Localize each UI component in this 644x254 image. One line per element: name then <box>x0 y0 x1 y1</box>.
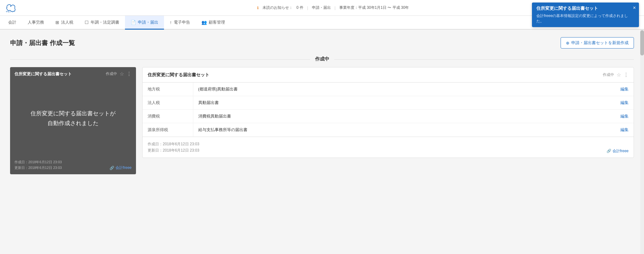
card-dark-footer: 作成日：2018年6月12日 23:03 更新日：2018年6月12日 23:0… <box>10 156 136 174</box>
card-detail-menu-icon[interactable]: ⋮ <box>624 72 629 78</box>
fiscal-year: 事業年度：平成 30年1月1日 〜 平成 30年 <box>339 5 409 10</box>
nav-item-e-tax[interactable]: ↑ 電子申告 <box>164 16 196 30</box>
new-button-label: 申請・届出書セットを新規作成 <box>571 40 629 46</box>
detail-table-row: 源泉所得税 給与支払事務所等の届出書 編集 <box>143 123 634 137</box>
detail-link-icon: 🔗 <box>607 149 611 153</box>
edit-link-2[interactable]: 編集 <box>530 110 634 123</box>
card-dark-body: 住所変更に関する届出書セットが 自動作成されました <box>10 81 136 156</box>
page-header: 申請・届出書 作成一覧 ⊕ 申請・届出書セットを新規作成 <box>10 37 634 49</box>
notice-label: 未読のお知らせ： <box>263 5 293 10</box>
nav-item-accounting[interactable]: 会計 <box>3 16 22 30</box>
scrollbar-thumb[interactable] <box>640 30 644 55</box>
card-dark-header: 住所変更に関する届出書セット 作成中 ☆ ⋮ <box>10 67 136 81</box>
detail-table: 地方税 (都道府県)異動届出書 編集 法人税 異動届出書 編集 消費税 消費税異… <box>143 83 634 137</box>
card-dark: 住所変更に関する届出書セット 作成中 ☆ ⋮ 住所変更に関する届出書セットが 自… <box>10 67 136 174</box>
cards-area: 住所変更に関する届出書セット 作成中 ☆ ⋮ 住所変更に関する届出書セットが 自… <box>10 67 634 174</box>
plus-icon: ⊕ <box>566 41 569 45</box>
main-content: 申請・届出書 作成一覧 ⊕ 申請・届出書セットを新規作成 作成中 住所変更に関す… <box>0 30 644 254</box>
divider1: | <box>307 6 308 10</box>
card-detail-title: 住所変更に関する届出書セット <box>148 72 209 78</box>
nav-item-hr[interactable]: 人事労務 <box>22 16 50 30</box>
detail-category-1: 法人税 <box>143 96 193 110</box>
card-dark-created: 作成日：2018年6月12日 23:03 <box>14 159 62 165</box>
edit-link-1[interactable]: 編集 <box>530 96 634 110</box>
notice-count: 0 件 <box>297 5 303 10</box>
logo-icon: 申告フリー <box>5 2 18 13</box>
application-nav-icon: 📄 <box>131 20 136 25</box>
card-detail-footer: 作成日：2018年6月12日 23:03 更新日：2018年6月12日 23:0… <box>143 137 634 158</box>
notification-close-button[interactable]: × <box>633 5 636 11</box>
notice-icon: ℹ <box>257 6 259 10</box>
nav-item-client[interactable]: 👥 顧客管理 <box>196 16 231 30</box>
card-dark-status-area: 作成中 ☆ ⋮ <box>106 71 132 77</box>
card-detail-dates: 作成日：2018年6月12日 23:03 更新日：2018年6月12日 23:0… <box>148 141 199 154</box>
card-detail-star-icon[interactable]: ☆ <box>617 72 621 78</box>
svg-text:申告フリー: 申告フリー <box>6 10 15 13</box>
nav-item-corporate-tax[interactable]: ⊞ 法人税 <box>50 16 79 30</box>
card-dark-status-text: 作成中 <box>106 71 117 77</box>
notification-popup: 住所変更に関する届出書セット 会計freeeの基本情報設定の変更によって作成され… <box>532 3 639 27</box>
detail-category-2: 消費税 <box>143 110 193 123</box>
client-label: 顧客管理 <box>209 20 225 25</box>
application-label: 申請・届出 <box>312 5 331 10</box>
card-detail-status-text: 作成中 <box>603 72 614 78</box>
detail-document-3: 給与支払事務所等の届出書 <box>193 123 530 137</box>
nav-item-application[interactable]: 📄 申請・届出 <box>125 16 164 30</box>
section-title: 作成中 <box>310 56 334 62</box>
notification-body: 会計freeeの基本情報設定の変更によって作成されました。 <box>536 13 635 24</box>
card-detail-status-area: 作成中 ☆ ⋮ <box>603 72 629 78</box>
card-dark-dates: 作成日：2018年6月12日 23:03 更新日：2018年6月12日 23:0… <box>14 159 62 170</box>
card-detail-header: 住所変更に関する届出書セット 作成中 ☆ ⋮ <box>143 67 634 83</box>
card-detail-brand: 🔗 会計freee <box>607 148 629 154</box>
card-detail-created: 作成日：2018年6月12日 23:03 <box>148 141 199 147</box>
notification-title: 住所変更に関する届出書セット <box>536 6 635 11</box>
corporate-tax-label: 法人税 <box>61 20 73 25</box>
card-detail-brand-text: 会計freee <box>613 148 629 154</box>
detail-document-0: (都道府県)異動届出書 <box>193 83 530 96</box>
link-icon: 🔗 <box>110 166 114 170</box>
corporate-tax-icon: ⊞ <box>55 20 59 25</box>
edit-link-0[interactable]: 編集 <box>530 83 634 96</box>
detail-table-row: 消費税 消費税異動届出書 編集 <box>143 110 634 123</box>
page-title: 申請・届出書 作成一覧 <box>10 39 75 47</box>
accounting-label: 会計 <box>8 20 16 25</box>
card-detail-updated: 更新日：2018年6月12日 23:03 <box>148 147 199 153</box>
card-detail: 住所変更に関する届出書セット 作成中 ☆ ⋮ 地方税 (都道府県)異動届出書 編… <box>142 67 634 158</box>
hr-label: 人事労務 <box>28 20 44 25</box>
card-dark-updated: 更新日：2018年6月12日 23:03 <box>14 165 62 171</box>
card-dark-menu-icon[interactable]: ⋮ <box>127 71 132 77</box>
card-dark-brand: 🔗 会計freee <box>110 165 132 170</box>
card-dark-body-text: 住所変更に関する届出書セットが 自動作成されました <box>31 109 116 128</box>
card-dark-brand-text: 会計freee <box>116 165 132 170</box>
card-dark-star-icon[interactable]: ☆ <box>120 71 124 77</box>
e-tax-label: 電子申告 <box>174 20 190 25</box>
detail-category-0: 地方税 <box>143 83 193 96</box>
detail-category-3: 源泉所得税 <box>143 123 193 137</box>
header: 申告フリー ℹ 未読のお知らせ： 0 件 | 申請・届出 | 事業年度：平成 3… <box>0 0 644 16</box>
application-nav-label: 申請・届出 <box>138 20 158 25</box>
e-tax-icon: ↑ <box>170 20 172 25</box>
card-dark-title: 住所変更に関する届出書セット <box>14 71 72 77</box>
detail-document-1: 異動届出書 <box>193 96 530 110</box>
edit-link-3[interactable]: 編集 <box>530 123 634 137</box>
section-title-row: 作成中 <box>10 56 634 62</box>
new-set-button[interactable]: ⊕ 申請・届出書セットを新規作成 <box>561 37 634 49</box>
detail-document-2: 消費税異動届出書 <box>193 110 530 123</box>
nav-item-year-end[interactable]: ☐ 年調・法定調書 <box>79 16 125 30</box>
logo: 申告フリー <box>5 2 20 13</box>
client-icon: 👥 <box>201 20 207 25</box>
year-end-icon: ☐ <box>85 20 89 25</box>
detail-table-row: 法人税 異動届出書 編集 <box>143 96 634 110</box>
year-end-label: 年調・法定調書 <box>91 20 119 25</box>
detail-table-row: 地方税 (都道府県)異動届出書 編集 <box>143 83 634 96</box>
scrollbar-track[interactable] <box>640 30 644 254</box>
divider2: | <box>335 6 336 10</box>
